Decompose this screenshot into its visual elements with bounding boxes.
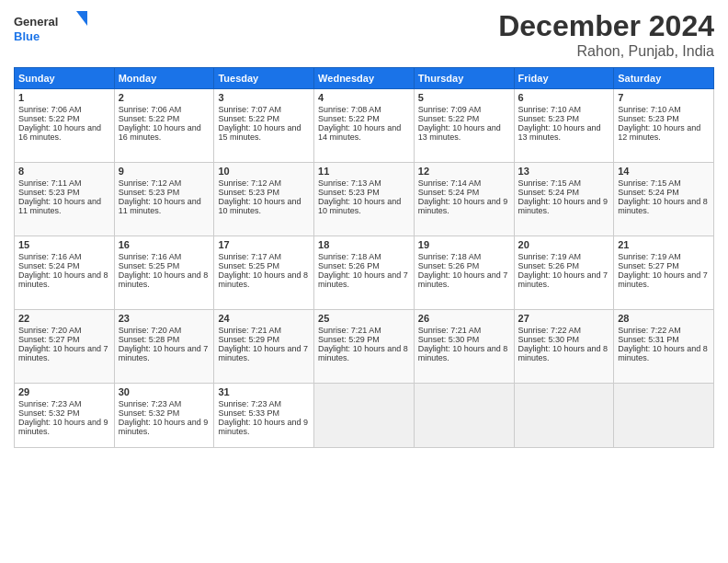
table-row: 17Sunrise: 7:17 AMSunset: 5:25 PMDayligh… bbox=[214, 236, 314, 310]
table-row: 8Sunrise: 7:11 AMSunset: 5:23 PMDaylight… bbox=[15, 163, 115, 236]
sunset: Sunset: 5:22 PM bbox=[418, 114, 480, 123]
day-number: 9 bbox=[119, 166, 210, 177]
table-row: 14Sunrise: 7:15 AMSunset: 5:24 PMDayligh… bbox=[614, 163, 714, 236]
logo-svg: General Blue bbox=[14, 9, 87, 51]
sunset: Sunset: 5:27 PM bbox=[18, 335, 80, 344]
sunset: Sunset: 5:23 PM bbox=[518, 114, 580, 123]
sunset: Sunset: 5:24 PM bbox=[518, 188, 580, 197]
table-row: 25Sunrise: 7:21 AMSunset: 5:29 PMDayligh… bbox=[314, 310, 415, 384]
daylight: Daylight: 10 hours and 13 minutes. bbox=[518, 123, 601, 142]
day-number: 11 bbox=[318, 166, 410, 177]
sunset: Sunset: 5:30 PM bbox=[518, 335, 580, 344]
sunset: Sunset: 5:31 PM bbox=[618, 335, 679, 344]
table-row: 5Sunrise: 7:09 AMSunset: 5:22 PMDaylight… bbox=[414, 89, 514, 163]
month-title: December 2024 bbox=[498, 9, 714, 43]
sunrise: Sunrise: 7:15 AM bbox=[618, 178, 681, 188]
day-number: 21 bbox=[618, 239, 710, 250]
table-row: 26Sunrise: 7:21 AMSunset: 5:30 PMDayligh… bbox=[414, 310, 514, 384]
sunrise: Sunrise: 7:06 AM bbox=[18, 105, 82, 114]
daylight: Daylight: 10 hours and 8 minutes. bbox=[518, 344, 609, 362]
day-number: 24 bbox=[218, 313, 310, 324]
day-number: 14 bbox=[618, 166, 710, 177]
col-thursday: Thursday bbox=[414, 68, 514, 89]
day-number: 1 bbox=[18, 92, 110, 103]
logo: General Blue bbox=[14, 9, 87, 51]
day-number: 27 bbox=[518, 313, 610, 324]
sunset: Sunset: 5:22 PM bbox=[218, 114, 279, 123]
day-number: 28 bbox=[618, 313, 710, 324]
title-section: December 2024 Rahon, Punjab, India bbox=[498, 9, 714, 60]
sunset: Sunset: 5:24 PM bbox=[418, 188, 480, 197]
table-row: 30Sunrise: 7:23 AMSunset: 5:32 PMDayligh… bbox=[114, 384, 214, 448]
table-row: 10Sunrise: 7:12 AMSunset: 5:23 PMDayligh… bbox=[214, 163, 314, 236]
table-row: 7Sunrise: 7:10 AMSunset: 5:23 PMDaylight… bbox=[614, 89, 714, 163]
col-monday: Monday bbox=[114, 68, 214, 89]
sunset: Sunset: 5:22 PM bbox=[119, 114, 180, 123]
table-row bbox=[614, 384, 714, 448]
sunset: Sunset: 5:32 PM bbox=[119, 408, 180, 418]
table-row: 11Sunrise: 7:13 AMSunset: 5:23 PMDayligh… bbox=[314, 163, 415, 236]
table-row: 31Sunrise: 7:23 AMSunset: 5:33 PMDayligh… bbox=[214, 384, 314, 448]
col-friday: Friday bbox=[514, 68, 614, 89]
daylight: Daylight: 10 hours and 8 minutes. bbox=[119, 270, 209, 289]
day-number: 2 bbox=[119, 92, 210, 103]
day-number: 17 bbox=[218, 239, 310, 250]
col-wednesday: Wednesday bbox=[314, 68, 415, 89]
table-row: 15Sunrise: 7:16 AMSunset: 5:24 PMDayligh… bbox=[15, 236, 115, 310]
sunrise: Sunrise: 7:08 AM bbox=[318, 105, 381, 114]
daylight: Daylight: 10 hours and 9 minutes. bbox=[119, 418, 209, 436]
daylight: Daylight: 10 hours and 7 minutes. bbox=[418, 270, 508, 289]
day-number: 31 bbox=[218, 386, 310, 397]
day-number: 5 bbox=[418, 92, 510, 103]
day-number: 16 bbox=[119, 239, 210, 250]
sunset: Sunset: 5:26 PM bbox=[418, 261, 480, 270]
sunrise: Sunrise: 7:12 AM bbox=[119, 178, 182, 188]
table-row: 6Sunrise: 7:10 AMSunset: 5:23 PMDaylight… bbox=[514, 89, 614, 163]
sunset: Sunset: 5:23 PM bbox=[119, 188, 180, 197]
sunrise: Sunrise: 7:19 AM bbox=[618, 252, 681, 261]
sunset: Sunset: 5:28 PM bbox=[119, 335, 180, 344]
day-number: 3 bbox=[218, 92, 310, 103]
sunset: Sunset: 5:23 PM bbox=[318, 188, 380, 197]
sunrise: Sunrise: 7:12 AM bbox=[218, 178, 281, 188]
day-number: 7 bbox=[618, 92, 710, 103]
sunset: Sunset: 5:26 PM bbox=[518, 261, 580, 270]
header: General Blue December 2024 Rahon, Punjab… bbox=[14, 9, 714, 60]
daylight: Daylight: 10 hours and 8 minutes. bbox=[618, 197, 708, 215]
sunrise: Sunrise: 7:17 AM bbox=[218, 252, 281, 261]
sunrise: Sunrise: 7:10 AM bbox=[518, 105, 582, 114]
table-row: 19Sunrise: 7:18 AMSunset: 5:26 PMDayligh… bbox=[414, 236, 514, 310]
svg-text:Blue: Blue bbox=[14, 29, 40, 43]
sunrise: Sunrise: 7:21 AM bbox=[418, 326, 482, 335]
sunrise: Sunrise: 7:20 AM bbox=[119, 326, 182, 335]
table-row: 16Sunrise: 7:16 AMSunset: 5:25 PMDayligh… bbox=[114, 236, 214, 310]
day-number: 12 bbox=[418, 166, 510, 177]
daylight: Daylight: 10 hours and 11 minutes. bbox=[18, 197, 101, 215]
sunset: Sunset: 5:22 PM bbox=[318, 114, 380, 123]
table-row bbox=[414, 384, 514, 448]
sunset: Sunset: 5:25 PM bbox=[119, 261, 180, 270]
daylight: Daylight: 10 hours and 9 minutes. bbox=[18, 418, 108, 436]
sunset: Sunset: 5:27 PM bbox=[618, 261, 679, 270]
daylight: Daylight: 10 hours and 7 minutes. bbox=[18, 344, 108, 362]
table-row: 9Sunrise: 7:12 AMSunset: 5:23 PMDaylight… bbox=[114, 163, 214, 236]
table-row: 3Sunrise: 7:07 AMSunset: 5:22 PMDaylight… bbox=[214, 89, 314, 163]
sunrise: Sunrise: 7:09 AM bbox=[418, 105, 482, 114]
sunrise: Sunrise: 7:18 AM bbox=[418, 252, 482, 261]
sunrise: Sunrise: 7:21 AM bbox=[318, 326, 381, 335]
sunset: Sunset: 5:32 PM bbox=[18, 408, 80, 418]
sunset: Sunset: 5:23 PM bbox=[218, 188, 279, 197]
table-row: 21Sunrise: 7:19 AMSunset: 5:27 PMDayligh… bbox=[614, 236, 714, 310]
daylight: Daylight: 10 hours and 14 minutes. bbox=[318, 123, 401, 142]
sunrise: Sunrise: 7:16 AM bbox=[18, 252, 82, 261]
daylight: Daylight: 10 hours and 15 minutes. bbox=[218, 123, 301, 142]
sunset: Sunset: 5:24 PM bbox=[18, 261, 80, 270]
header-row: Sunday Monday Tuesday Wednesday Thursday… bbox=[15, 68, 714, 89]
table-row: 18Sunrise: 7:18 AMSunset: 5:26 PMDayligh… bbox=[314, 236, 415, 310]
svg-text:General: General bbox=[14, 15, 58, 29]
day-number: 19 bbox=[418, 239, 510, 250]
sunrise: Sunrise: 7:15 AM bbox=[518, 178, 582, 188]
day-number: 4 bbox=[318, 92, 410, 103]
daylight: Daylight: 10 hours and 11 minutes. bbox=[119, 197, 201, 215]
col-tuesday: Tuesday bbox=[214, 68, 314, 89]
